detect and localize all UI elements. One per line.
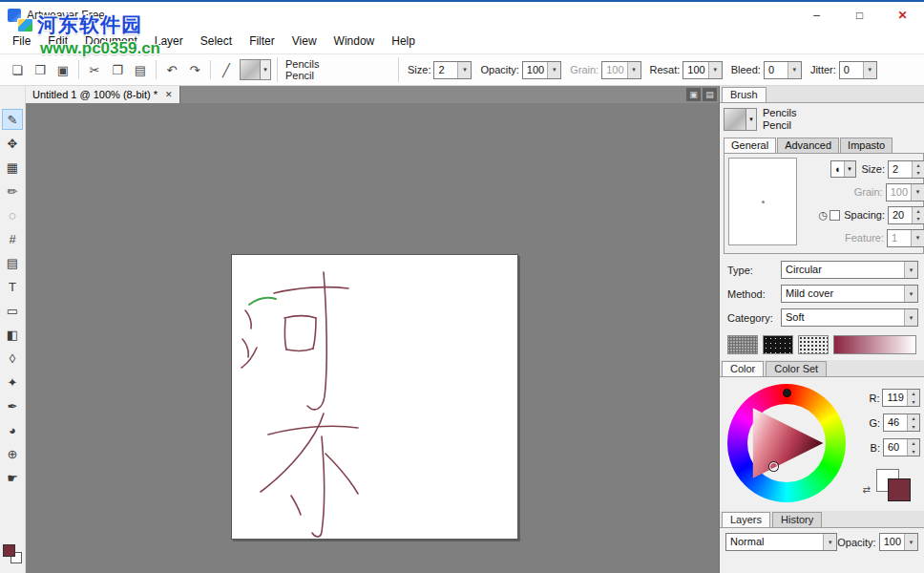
dropdown-arrow-icon[interactable]: ▾ — [823, 534, 836, 550]
brush-picker-dropdown-arrow-icon[interactable]: ▾ — [261, 59, 271, 80]
tab-brush[interactable]: Brush — [722, 87, 766, 102]
brush-type-select[interactable]: Circular ▾ — [781, 261, 918, 279]
tab-history[interactable]: History — [772, 512, 822, 527]
green-channel-input[interactable]: 46 ▴ ▾ — [883, 414, 920, 432]
brush-spacing-value[interactable]: 20 — [889, 207, 912, 223]
menu-document[interactable]: Document — [76, 29, 146, 53]
maximize-button[interactable]: □ — [838, 2, 881, 29]
dropdown-arrow-icon[interactable]: ▾ — [547, 62, 560, 78]
current-brush-name[interactable]: Pencils Pencil — [277, 57, 399, 82]
spinner[interactable]: ▴ ▾ — [912, 207, 924, 223]
spin-down-icon[interactable]: ▾ — [913, 169, 924, 178]
save-icon[interactable]: ▣ — [52, 59, 74, 80]
brush-category-value[interactable]: Soft — [782, 309, 904, 326]
spin-down-icon[interactable]: ▾ — [908, 448, 919, 456]
dab-shape-combobox[interactable]: ◖ ▾ — [830, 160, 856, 178]
tab-menu-icon[interactable]: ▤ — [703, 88, 717, 101]
dropdown-arrow-icon[interactable]: ▾ — [863, 62, 876, 78]
brush-size-combobox[interactable]: 2 ▴ ▾ — [888, 160, 924, 179]
spinner[interactable]: ▴ ▾ — [907, 414, 919, 431]
minimize-button[interactable]: – — [795, 2, 838, 29]
color-picker-handle[interactable] — [769, 462, 778, 471]
new-document-icon[interactable]: ❏ — [6, 59, 29, 80]
foreground-background-colors[interactable] — [3, 544, 22, 563]
menu-file[interactable]: File — [4, 29, 39, 53]
blend-mode-select[interactable]: Normal ▾ — [725, 533, 837, 551]
green-channel-value[interactable]: 46 — [884, 414, 907, 431]
dropdown-arrow-icon[interactable]: ▾ — [844, 161, 855, 177]
opacity-combobox[interactable]: 100 ▾ — [522, 61, 561, 79]
spinner[interactable]: ▴ ▾ — [907, 390, 919, 406]
menu-select[interactable]: Select — [192, 29, 241, 53]
layer-opacity-combobox[interactable]: 100 ▾ — [879, 533, 918, 551]
jitter-combobox[interactable]: 0 ▾ — [839, 61, 877, 79]
menu-window[interactable]: Window — [326, 29, 384, 53]
dropdown-arrow-icon[interactable]: ▾ — [904, 286, 917, 302]
spin-down-icon[interactable]: ▾ — [908, 398, 919, 407]
lasso-tool[interactable]: ◌ — [2, 204, 23, 225]
paint-roller-tool[interactable]: ▤ — [2, 252, 23, 273]
size-value[interactable]: 2 — [434, 62, 457, 78]
resat-combobox[interactable]: 100 ▾ — [682, 61, 722, 79]
dropdown-arrow-icon[interactable]: ▾ — [904, 262, 917, 278]
spin-down-icon[interactable]: ▾ — [913, 215, 924, 223]
tab-color-set[interactable]: Color Set — [766, 361, 827, 376]
spin-up-icon[interactable]: ▴ — [913, 207, 924, 216]
document-close-icon[interactable]: ✕ — [165, 90, 173, 99]
brush-method-value[interactable]: Mild cover — [782, 286, 904, 302]
dark-texture-swatch[interactable] — [763, 335, 793, 354]
spacing-checkbox[interactable] — [830, 210, 840, 221]
hand-tool[interactable]: ☛ — [2, 467, 23, 488]
rect-select-tool[interactable]: ▦ — [2, 157, 23, 178]
spin-up-icon[interactable]: ▴ — [908, 414, 919, 423]
brush-type-value[interactable]: Circular — [782, 262, 904, 278]
spin-up-icon[interactable]: ▴ — [908, 390, 919, 398]
crop-tool[interactable]: # — [2, 228, 23, 249]
tab-color[interactable]: Color — [722, 361, 764, 376]
copy-icon[interactable]: ❐ — [106, 59, 129, 80]
gradient-swatch[interactable] — [833, 335, 916, 354]
hue-marker-handle[interactable] — [783, 389, 791, 397]
dropdown-arrow-icon[interactable]: ▾ — [904, 309, 917, 326]
red-channel-input[interactable]: 119 ▴ ▾ — [882, 389, 920, 407]
bleed-value[interactable]: 0 — [765, 62, 788, 78]
blend-mode-value[interactable]: Normal — [726, 534, 823, 550]
menu-view[interactable]: View — [284, 29, 326, 53]
dropdown-arrow-icon[interactable]: ▾ — [708, 62, 722, 78]
eyedropper-tool[interactable]: ✒ — [2, 395, 23, 416]
fill-tool[interactable]: ◕ — [2, 419, 23, 440]
tab-general[interactable]: General — [724, 138, 776, 153]
paint-brush-tool[interactable]: ✎ — [2, 109, 23, 130]
open-icon[interactable]: ❒ — [29, 59, 52, 80]
brush-method-select[interactable]: Mild cover ▾ — [781, 285, 918, 303]
spin-up-icon[interactable]: ▴ — [913, 161, 924, 170]
dropdown-arrow-icon[interactable]: ▾ — [788, 62, 801, 78]
blue-channel-input[interactable]: 60 ▴ ▾ — [883, 438, 920, 456]
undo-icon[interactable]: ↶ — [160, 59, 183, 80]
dotted-texture-swatch[interactable] — [798, 335, 829, 354]
paper-texture-swatch[interactable] — [727, 335, 758, 354]
primary-color-swatch[interactable] — [888, 478, 911, 501]
dock-icon[interactable]: ▣ — [686, 88, 701, 101]
menu-help[interactable]: Help — [383, 29, 424, 53]
brush-size-value[interactable]: 2 — [889, 161, 912, 178]
redo-icon[interactable]: ↷ — [183, 59, 206, 80]
dropdown-arrow-icon[interactable]: ▾ — [457, 62, 471, 78]
opacity-value[interactable]: 100 — [523, 62, 547, 78]
cut-icon[interactable]: ✂ — [83, 59, 106, 80]
swap-colors-icon[interactable]: ⇄ — [863, 484, 871, 495]
document-tab[interactable]: Untitled 1 @ 100% (8-bit) * ✕ — [26, 86, 180, 103]
pencil-tool[interactable]: ✏ — [2, 180, 23, 202]
brush-picker-dropdown-arrow-icon[interactable]: ▾ — [746, 108, 757, 131]
shape-tool[interactable]: ▭ — [2, 300, 23, 321]
tab-layers[interactable]: Layers — [722, 512, 770, 527]
red-channel-value[interactable]: 119 — [883, 390, 907, 406]
layer-opacity-value[interactable]: 100 — [880, 534, 904, 550]
menu-layer[interactable]: Layer — [146, 29, 192, 53]
foreground-color-swatch[interactable] — [3, 544, 15, 557]
menu-edit[interactable]: Edit — [39, 29, 76, 53]
spin-up-icon[interactable]: ▴ — [908, 439, 919, 448]
brush-preview-thumbnail[interactable] — [240, 59, 261, 80]
menu-filter[interactable]: Filter — [241, 29, 284, 53]
spin-down-icon[interactable]: ▾ — [908, 423, 919, 432]
